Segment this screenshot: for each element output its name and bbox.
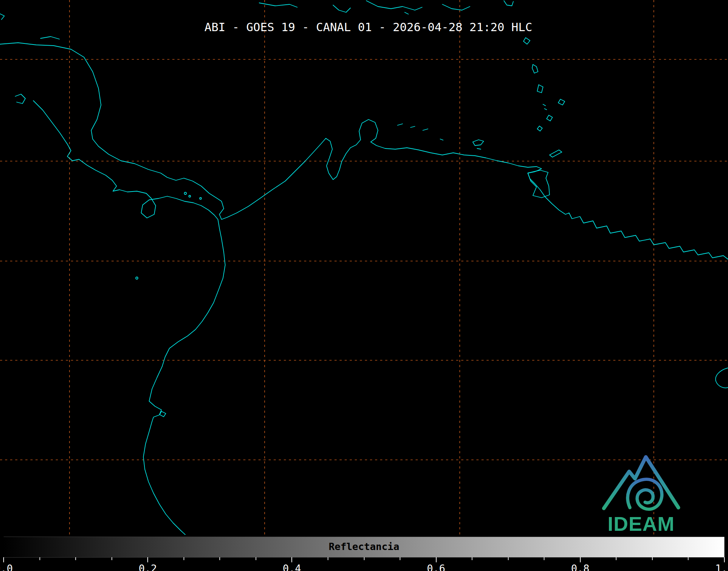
satellite-image-viewer: ABI - GOES 19 - CANAL 01 - 2026-04-28 21… (0, 0, 728, 571)
coastline-fragment (333, 5, 350, 12)
coastline-fragment (15, 94, 25, 104)
colorbar-minor-tick (75, 557, 76, 560)
island-outline (405, 12, 408, 14)
ideam-logo: IDEAM (598, 450, 685, 537)
island-outline (423, 129, 428, 130)
coastline-fragment (366, 1, 422, 10)
colorbar-tick (147, 557, 148, 562)
colorbar-tick (3, 557, 4, 562)
colorbar-tick-label: 0.4 (283, 563, 301, 571)
island-outline (523, 38, 530, 44)
hurricane-spiral-icon (628, 479, 662, 509)
colorbar-tick-label: 0.8 (571, 563, 590, 571)
colorbar-minor-tick (219, 557, 220, 560)
colorbar-minor-tick (39, 557, 40, 560)
colorbar-minor-tick (544, 557, 544, 560)
colorbar-tick-label: 0.0 (0, 563, 13, 571)
colorbar-minor-tick (508, 557, 509, 560)
colorbar-tick-label: 0.2 (139, 563, 157, 571)
island-outline (544, 109, 547, 110)
island-outline (532, 64, 538, 73)
island-outline (189, 196, 191, 197)
coastline-fragment (504, 1, 513, 6)
island-outline (537, 126, 542, 131)
colorbar-minor-tick (400, 557, 400, 560)
island-outline (184, 192, 186, 194)
ideam-logo-graphic: IDEAM (598, 450, 685, 537)
colorbar-label: Reflectancia (329, 541, 399, 552)
island-outline (200, 198, 202, 200)
island-outline (528, 170, 550, 198)
colorbar-tick-label: 1.0 (715, 563, 728, 571)
image-title: ABI - GOES 19 - CANAL 01 - 2026-04-28 21… (4, 20, 728, 34)
coastline-caribbean (0, 43, 728, 259)
colorbar-minor-tick (364, 557, 365, 560)
colorbar-minor-tick (652, 557, 653, 560)
mountain-icon (604, 457, 678, 508)
island-outline (550, 150, 562, 157)
coastline-fragment (442, 4, 470, 10)
island-outline (473, 140, 484, 146)
colorbar-minor-tick (111, 557, 112, 560)
island-outline (397, 124, 403, 125)
island-outline (41, 37, 59, 39)
colorbar-tick (580, 557, 581, 562)
island-outline (543, 104, 546, 106)
colorbar-tick (724, 557, 725, 562)
island-outline (547, 115, 552, 121)
colorbar-minor-tick (256, 557, 256, 560)
island-outline (411, 126, 415, 127)
colorbar-minor-tick (328, 557, 328, 560)
coastline-fragment (716, 368, 728, 388)
island-outline (558, 99, 565, 105)
colorbar-tick (291, 557, 292, 562)
colorbar-tick (436, 557, 437, 562)
colorbar-minor-tick (184, 557, 184, 560)
ideam-logo-text: IDEAM (607, 512, 674, 535)
colorbar-minor-tick (616, 557, 617, 560)
island-outline (537, 85, 543, 93)
colorbar-minor-tick (688, 557, 689, 560)
coastline-pacific (33, 101, 225, 535)
island-outline (477, 148, 481, 149)
island-outline (136, 277, 138, 279)
coastline-fragment (0, 14, 4, 20)
colorbar: Reflectancia 0.0 0.2 0.4 0.6 0.8 1.0 (4, 537, 724, 571)
colorbar-tick-label: 0.6 (427, 563, 445, 571)
island-outline (440, 139, 443, 140)
colorbar-minor-tick (472, 557, 472, 560)
